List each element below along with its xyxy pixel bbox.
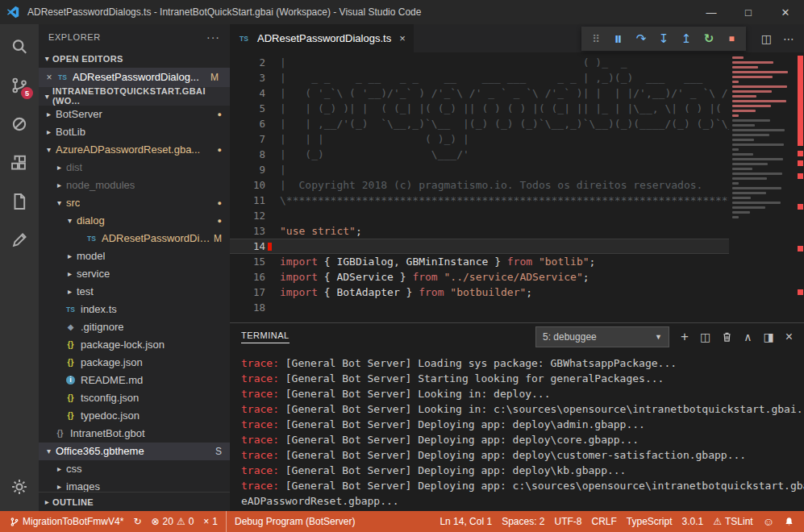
edit-icon[interactable] (0, 221, 39, 260)
tree-item-model[interactable]: ▸model (39, 247, 230, 265)
line-number[interactable]: 11 (230, 193, 280, 208)
source-control-icon[interactable]: 5 (0, 66, 39, 105)
line-number[interactable]: 18 (230, 300, 280, 315)
step-out-button[interactable]: ↥ (677, 29, 696, 48)
tree-item-office365-gbtheme[interactable]: ▾Office365.gbthemeS (39, 443, 230, 460)
tree-item-node-modules[interactable]: ▸node_modules (39, 177, 230, 194)
code-line-14[interactable]: 14 (230, 239, 804, 254)
ts-version-item[interactable]: 3.0.1 (677, 511, 709, 532)
line-number[interactable]: 13 (230, 223, 280, 239)
close-icon[interactable]: × (44, 72, 55, 83)
code-line-13[interactable]: 13"use strict"; (230, 223, 804, 239)
tree-item-package-lock-json[interactable]: {}package-lock.json (39, 336, 230, 354)
code-line-12[interactable]: 12 (230, 208, 804, 223)
minimize-button[interactable]: — (693, 0, 730, 24)
minimap[interactable] (729, 52, 797, 322)
code-line-7[interactable]: 7| | | ( )_) | | (230, 131, 804, 147)
line-number[interactable]: 12 (230, 208, 280, 223)
tslint-item[interactable]: ⚠ TSLint (708, 511, 757, 532)
split-terminal-icon[interactable]: ◫ (700, 330, 710, 343)
restart-button[interactable]: ↻ (699, 29, 719, 48)
gear-icon[interactable] (0, 468, 39, 506)
tree-item-intranetbot-gbot[interactable]: {}IntranetBot.gbot (39, 425, 230, 443)
sync-button[interactable]: ↻ (128, 511, 146, 532)
tree-item-tsconfig-json[interactable]: {}tsconfig.json (39, 389, 230, 407)
more-actions-icon[interactable]: ⋯ (783, 32, 794, 45)
code-area[interactable]: 2| ( )_ _ |3| _ _ _ __ _ _ __ ___ ___ _ … (230, 52, 804, 322)
tree-item-gitignore[interactable]: ◆.gitignore (39, 318, 230, 336)
tree-item-css[interactable]: ▸css (39, 460, 230, 478)
extensions-icon[interactable] (0, 143, 39, 182)
tree-item-azureadpasswordreset-gba[interactable]: ▾AzureADPasswordReset.gba...● (39, 141, 230, 159)
line-number[interactable]: 16 (230, 269, 280, 285)
search-icon[interactable] (0, 27, 39, 66)
tree-item-images[interactable]: ▸images (39, 478, 230, 492)
git-branch-item[interactable]: MigrationToBotFmwV4* (5, 511, 128, 532)
line-number[interactable]: 2 (230, 55, 280, 70)
close-window-button[interactable]: ✕ (767, 0, 804, 24)
code-line-9[interactable]: 9| | (230, 162, 804, 177)
overview-ruler[interactable] (797, 52, 804, 322)
problems-item[interactable]: ⊗ 20 ⚠ 0 (146, 511, 198, 532)
tree-item-typedoc-json[interactable]: {}typedoc.json (39, 407, 230, 425)
tree-item-dialog[interactable]: ▾dialog● (39, 212, 230, 230)
file-icon[interactable] (0, 182, 39, 221)
line-number[interactable]: 10 (230, 177, 280, 193)
code-line-16[interactable]: 16import { ADService } from "../service/… (230, 269, 804, 285)
notifications-bell-item[interactable] (779, 511, 799, 532)
new-terminal-icon[interactable]: + (681, 329, 689, 345)
line-number[interactable]: 4 (230, 85, 280, 101)
line-number[interactable]: 5 (230, 101, 280, 116)
maximize-panel-icon[interactable]: ∧ (744, 330, 752, 343)
debug-target-item[interactable]: Debug Program (BotServer) (226, 511, 360, 532)
outline-header[interactable]: ▸ OUTLINE (39, 492, 230, 511)
code-line-18[interactable]: 18 (230, 300, 804, 315)
step-over-button[interactable]: ↷ (631, 29, 651, 48)
code-line-4[interactable]: 4| ( '_`\ ( '__)/'_` ) /'_`\ /' _ ` _ `\… (230, 85, 804, 101)
terminal-output[interactable]: trace: [General Bot Server] Loading sys … (230, 351, 804, 511)
code-line-2[interactable]: 2| ( )_ _ | (230, 55, 804, 70)
code-line-15[interactable]: 15import { IGBDialog, GBMinInstance } fr… (230, 254, 804, 269)
code-line-8[interactable]: 8| (_) \___/' | (230, 147, 804, 162)
code-line-3[interactable]: 3| _ _ _ __ _ _ __ ___ ___ _ _ | ,_)(_) … (230, 70, 804, 85)
tree-item-botserver[interactable]: ▸BotServer● (39, 106, 230, 123)
open-editors-header[interactable]: ▾ OPEN EDITORS (39, 50, 230, 68)
eol-item[interactable]: CRLF (587, 511, 622, 532)
code-line-6[interactable]: 6| | ,__/'(_) `\__,_)`\__ |(_) (_) (_)`\… (230, 116, 804, 131)
terminal-select[interactable]: 5: debuggee ▼ (535, 326, 669, 347)
workspace-folder-header[interactable]: ▾ INTRANETBOTQUICKSTART.GBAI (WO... (39, 87, 230, 106)
open-editor-item[interactable]: × TS ADResetPasswordDialog... M (39, 68, 230, 87)
line-number[interactable]: 6 (230, 116, 280, 131)
line-number[interactable]: 9 (230, 162, 280, 177)
language-mode-item[interactable]: TypeScript (622, 511, 677, 532)
close-icon[interactable]: × (399, 32, 406, 44)
tree-item-dist[interactable]: ▸dist (39, 159, 230, 177)
code-line-10[interactable]: 10| Copyright 2018 (c) pragmatismo.io. T… (230, 177, 804, 193)
pause-button[interactable]: Ⅱ (609, 29, 628, 48)
tree-item-index-ts[interactable]: TSindex.ts (39, 301, 230, 318)
tree-item-readme-md[interactable]: iREADME.md (39, 372, 230, 389)
maximize-button[interactable]: □ (730, 0, 767, 24)
code-line-11[interactable]: 11\*************************************… (230, 193, 804, 208)
encoding-item[interactable]: UTF-8 (550, 511, 587, 532)
cursor-position-item[interactable]: Ln 14, Col 1 (435, 511, 497, 532)
indentation-item[interactable]: Spaces: 2 (497, 511, 549, 532)
tree-item-service[interactable]: ▸service (39, 265, 230, 283)
line-number[interactable]: 3 (230, 70, 280, 85)
terminal-tab[interactable]: TERMINAL (241, 330, 290, 343)
code-line-5[interactable]: 5| | (_) )| | ( (_| |( (_) || ( ) ( ) |(… (230, 101, 804, 116)
feedback-smiley-item[interactable]: ☺ (758, 511, 779, 532)
stop-button[interactable]: ■ (722, 29, 741, 48)
line-number[interactable]: 8 (230, 147, 280, 162)
debug-icon[interactable] (0, 105, 39, 143)
tree-item-test[interactable]: ▸test (39, 283, 230, 301)
line-number[interactable]: 7 (230, 131, 280, 147)
close-panel-icon[interactable]: × (785, 330, 793, 344)
tab-adresetpassworddialogs[interactable]: TS ADResetPasswordDialogs.ts × (230, 24, 414, 52)
tree-item-package-json[interactable]: {}package.json (39, 354, 230, 372)
line-number[interactable]: 17 (230, 285, 280, 300)
tree-item-src[interactable]: ▾src● (39, 194, 230, 212)
extra-count-item[interactable]: × 1 (198, 511, 223, 532)
code-line-17[interactable]: 17import { BotAdapter } from "botbuilder… (230, 285, 804, 300)
tree-item-botlib[interactable]: ▸BotLib (39, 123, 230, 141)
